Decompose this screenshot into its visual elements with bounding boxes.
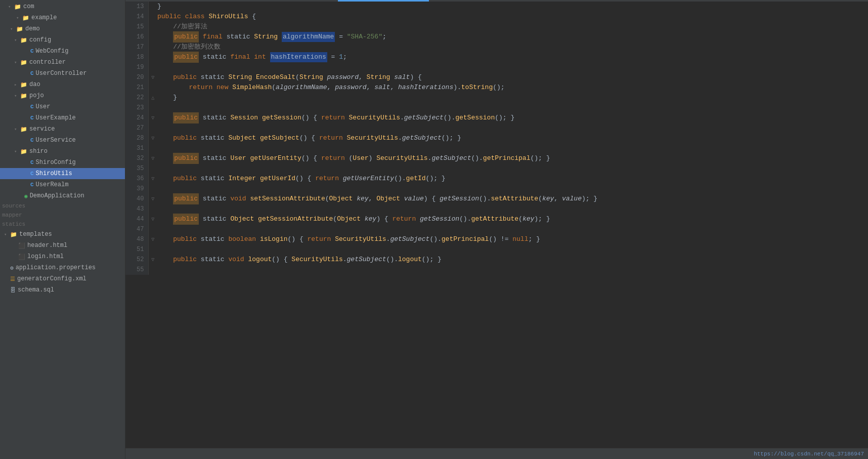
line-number: 47 [125,224,148,234]
sidebar-item-com[interactable]: 📁 com [0,1,125,12]
status-url: https://blog.csdn.net/qq_37186947 [754,451,864,457]
class-icon: C [30,182,34,188]
fold-icon[interactable]: ▽ [151,176,154,182]
line-number: 32 [125,153,148,163]
file-icon: ⬛ [18,254,25,260]
table-row: 19 [125,62,868,72]
table-row: 47 [125,224,868,234]
sidebar-item-userrealm[interactable]: C UserRealm [0,179,125,190]
table-row: 24 ▽ public static Session getSession ()… [125,113,868,123]
sidebar-item-login-html[interactable]: ⬛ login.html [0,251,125,262]
sidebar-item-shiro[interactable]: 📁 shiro [0,146,125,157]
code-line: public static Integer getUserId () { ret… [157,174,868,184]
folder-icon: 📁 [20,81,27,88]
sidebar-item-userservice[interactable]: C UserService [0,135,125,146]
folder-icon: 📁 [20,37,27,44]
code-line: return new SimpleHash (algorithmName , p… [157,82,868,93]
code-line: } [157,2,868,12]
sidebar-item-webconfig[interactable]: C WebConfig [0,46,125,57]
class-icon: C [30,48,34,54]
code-table: 13 } 14 public class ShiroUtils { [125,2,868,275]
code-line: public static boolean isLogin () { retur… [157,234,868,244]
class-icon: C [30,70,34,76]
sidebar-item-demo[interactable]: 📁 demo [0,23,125,34]
sidebar-item-dao[interactable]: 📁 dao [0,79,125,90]
fold-icon[interactable]: ▽ [151,216,154,222]
sidebar-section-sources: sources [0,201,125,211]
file-tree[interactable]: 📁 com 📁 example 📁 demo 📁 config C WebCon… [0,0,125,459]
gutter-cell [149,62,158,72]
folder-icon: 📁 [20,93,27,99]
line-number: 55 [125,265,148,275]
fold-icon[interactable]: ▽ [151,135,154,141]
table-row: 52 ▽ public static void logout () { Secu… [125,255,868,265]
code-line [157,103,868,113]
line-number: 52 [125,255,148,265]
sidebar-item-label: example [31,14,57,21]
fold-icon[interactable]: ▽ [151,236,154,242]
folder-icon: 📁 [10,231,17,238]
fold-icon[interactable]: ▽ [151,74,154,80]
sidebar-item-label: ShiroConfig [36,159,76,166]
folder-icon: 📁 [20,148,27,155]
line-number: 17 [125,42,148,52]
sidebar-section-mapper: mapper [0,211,125,220]
sidebar-item-schema-sql[interactable]: 🗄 schema.sql [0,284,125,296]
fold-icon[interactable]: △ [151,95,154,101]
sidebar-item-pojo[interactable]: 📁 pojo [0,90,125,101]
sidebar-item-example[interactable]: 📁 example [0,12,125,23]
gutter-cell [149,52,158,62]
sidebar-item-label: controller [29,59,66,66]
line-number: 14 [125,12,148,22]
gutter-cell [149,32,158,42]
code-line [157,184,868,194]
sidebar-item-controller[interactable]: 📁 controller [0,57,125,68]
sidebar-item-label: service [29,126,55,133]
fold-icon[interactable]: ▽ [151,155,154,161]
file-icon: ☰ [10,276,15,282]
class-icon: C [30,171,34,177]
arrow-icon [4,232,10,237]
arrow-icon [14,82,20,88]
sidebar-item-user[interactable]: C User [0,101,125,112]
table-row: 44 ▽ public static Object getSessionAttr… [125,214,868,224]
sidebar-item-label: DemoApplication [30,192,84,199]
code-line [157,244,868,255]
line-number: 21 [125,82,148,93]
sidebar-item-service[interactable]: 📁 service [0,123,125,135]
line-number: 44 [125,214,148,224]
code-body: 13 } 14 public class ShiroUtils { [125,2,868,275]
code-line [157,143,868,153]
table-row: 48 ▽ public static boolean isLogin () { … [125,234,868,244]
sidebar-item-label: UserRealm [36,181,69,188]
class-icon: C [30,159,34,165]
sidebar-item-label: demo [25,25,40,32]
fold-icon[interactable]: ▽ [151,257,154,263]
table-row: 27 [125,123,868,133]
sidebar-item-templates[interactable]: 📁 templates [0,229,125,240]
sidebar-item-config[interactable]: 📁 config [0,34,125,46]
line-number: 22 [125,93,148,103]
editor-area: 13 } 14 public class ShiroUtils { [125,0,868,459]
sidebar-item-demoapplication[interactable]: ◉ DemoApplication [0,190,125,201]
sidebar-item-shiroutils[interactable]: C ShiroUtils [0,168,125,179]
code-line [157,163,868,174]
fold-icon[interactable]: ▽ [151,196,154,202]
code-content[interactable]: 13 } 14 public class ShiroUtils { [125,2,868,448]
sidebar-item-app-props[interactable]: ⚙ application.properties [0,262,125,273]
sidebar-section-statics: statics [0,220,125,229]
code-line: public final static String algorithmName… [157,32,868,42]
sidebar-item-label: shiro [29,148,48,155]
table-row: 51 [125,244,868,255]
line-number: 24 [125,113,148,123]
sidebar-item-header-html[interactable]: ⬛ header.html [0,240,125,251]
status-bar: https://blog.csdn.net/qq_37186947 [125,448,868,459]
sidebar-item-usercontroller[interactable]: C UserController [0,68,125,79]
line-number: 27 [125,123,148,133]
sidebar-item-shiroconfig[interactable]: C ShiroConfig [0,157,125,168]
code-line: public static String EncodeSalt (String … [157,72,868,82]
line-number: 15 [125,22,148,32]
sidebar-item-userexample[interactable]: C UserExample [0,112,125,123]
sidebar-item-generator-xml[interactable]: ☰ generatorConfig.xml [0,273,125,284]
fold-icon[interactable]: ▽ [151,115,154,121]
